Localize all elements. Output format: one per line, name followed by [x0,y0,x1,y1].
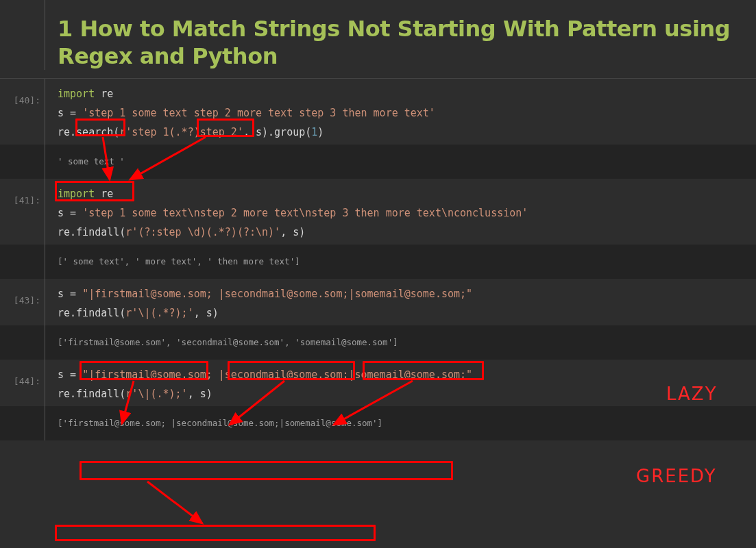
output-43: ['firstmail@some.som', 'secondmail@some.… [45,325,756,360]
annot-box-emailstr2 [80,461,453,480]
label-greedy: GREEDY [636,466,717,486]
code-40[interactable]: import re s = 'step 1 some text step 2 m… [45,79,756,145]
out-prompt-40 [0,145,45,179]
output-41: [' some text', ' more text', ' then more… [45,245,756,279]
code-41[interactable]: import re s = 'step 1 some text\nstep 2 … [45,179,756,245]
svg-line-5 [147,482,202,523]
label-lazy: LAZY [666,384,718,404]
prompt-44: [44]: [0,360,45,406]
prompt-41: [41]: [0,179,45,245]
code-44[interactable]: s = "|firstmail@some.som; |secondmail@so… [45,360,756,406]
out-prompt-41 [0,245,45,279]
title-prompt [0,0,45,70]
prompt-43: [43]: [0,279,45,325]
output-44: ['firstmail@some.som; |secondmail@some.s… [45,406,756,440]
code-43[interactable]: s = "|firstmail@some.som; |secondmail@so… [45,279,756,325]
kw-import: import [58,88,95,100]
out-prompt-44 [0,406,45,440]
annot-box-output44 [55,525,376,541]
prompt-40: [40]: [0,79,45,145]
heading-title: 1 How to Match Strings Not Starting With… [58,0,756,70]
out-prompt-43 [0,325,45,360]
output-40: ' some text ' [45,145,756,179]
